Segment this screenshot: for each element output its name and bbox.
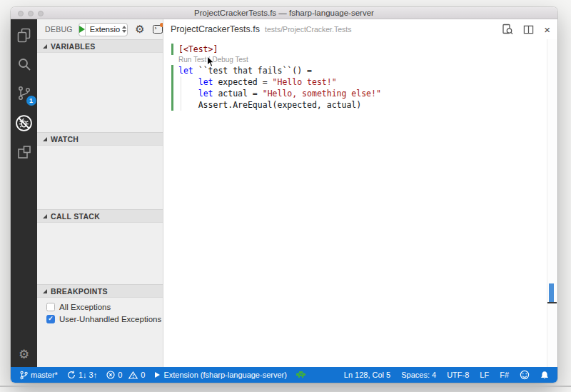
open-preview-icon[interactable] — [502, 24, 513, 35]
debug-configuration-select[interactable]: Extensio — [86, 24, 128, 36]
breakpoints-body: ✓ All Exceptions ✓ User-Unhandled Except… — [37, 298, 163, 367]
watch-section: WATCH — [37, 132, 163, 209]
breakpoints-section: BREAKPOINTS ✓ All Exceptions ✓ User-Unha… — [37, 284, 163, 367]
twistie-icon — [43, 137, 47, 141]
watch-body — [37, 146, 163, 209]
settings-gear-icon[interactable]: ⚙ — [11, 347, 37, 361]
code-line[interactable]: Assert.AreEqual(expected, actual) — [178, 99, 547, 111]
explorer-icon[interactable] — [14, 24, 35, 46]
play-icon — [154, 371, 161, 378]
call-stack-header[interactable]: CALL STACK — [37, 209, 163, 223]
activity-bar: 1 ⚙ — [11, 19, 37, 367]
language-mode-status[interactable]: F# — [500, 371, 509, 379]
debug-task-status[interactable]: Extension (fsharp-language-server) — [154, 371, 286, 379]
call-stack-section: CALL STACK — [37, 209, 163, 284]
start-debugging-button[interactable] — [79, 24, 86, 36]
twistie-icon — [43, 214, 47, 218]
window-title: ProjectCrackerTests.fs — fsharp-language… — [194, 9, 374, 17]
checkbox[interactable]: ✓ — [46, 303, 55, 311]
close-tab-icon[interactable]: × — [544, 24, 550, 35]
traffic-lights — [18, 11, 44, 16]
call-stack-body — [37, 223, 163, 284]
code-editor[interactable]: [<Test>]Run Test | Debug Testlet ``test … — [163, 39, 547, 367]
variables-section: VARIABLES — [37, 39, 163, 132]
extensions-icon[interactable] — [14, 141, 35, 163]
variables-body — [37, 53, 163, 132]
git-branch-icon — [20, 371, 28, 380]
tab-description: tests/ProjectCracker.Tests — [265, 25, 351, 34]
watch-header[interactable]: WATCH — [37, 132, 163, 146]
problems-status[interactable]: 0 0 — [106, 371, 145, 379]
status-bar: master* 1↓ 3↑ 0 0 Extension (fsharp-lang… — [11, 367, 557, 383]
debug-view-label: DEBUG — [45, 25, 73, 34]
scm-badge: 1 — [26, 96, 36, 106]
indentation-status[interactable]: Spaces: 4 — [401, 371, 436, 379]
encoding-status[interactable]: UTF-8 — [447, 371, 469, 379]
code-line[interactable]: let ``test that fails``() = — [178, 65, 547, 76]
vscode-window: ProjectCrackerTests.fs — fsharp-language… — [11, 7, 557, 383]
feedback-smiley-icon[interactable] — [520, 370, 530, 380]
configure-gear-icon[interactable]: ⚙ — [135, 23, 144, 36]
debug-console-icon[interactable]: › — [153, 25, 163, 34]
debug-toolbar: DEBUG Extensio ⚙ › — [37, 19, 163, 39]
minimize-window-button[interactable] — [28, 11, 34, 16]
select-stepper-icon — [122, 26, 126, 33]
zoom-window-button[interactable] — [38, 11, 44, 16]
source-control-icon[interactable]: 1 — [14, 83, 35, 104]
cursor-position-status[interactable]: Ln 128, Col 5 — [344, 371, 390, 379]
debug-sidebar: DEBUG Extensio ⚙ › VARIABLES — [37, 19, 163, 367]
sync-icon — [67, 371, 76, 379]
debug-configuration-value: Extensio — [90, 25, 120, 34]
git-sync-status[interactable]: 1↓ 3↑ — [67, 371, 97, 379]
code-line[interactable]: [<Test>] — [178, 44, 547, 55]
warning-icon — [128, 371, 138, 379]
code-lines: [<Test>]Run Test | Debug Testlet ``test … — [163, 39, 547, 111]
git-branch-status[interactable]: master* — [20, 371, 58, 380]
modified-gutter-indicator — [171, 65, 173, 111]
mouse-pointer-icon — [206, 55, 216, 69]
twistie-icon — [43, 44, 47, 49]
titlebar: ProjectCrackerTests.fs — fsharp-language… — [11, 7, 557, 19]
overview-ruler[interactable] — [547, 39, 557, 367]
close-window-button[interactable] — [18, 11, 24, 16]
overview-ruler-decoration — [549, 283, 554, 302]
variables-header[interactable]: VARIABLES — [37, 39, 163, 53]
editor-group: ProjectCrackerTests.fs tests/ProjectCrac… — [163, 19, 557, 367]
checkbox[interactable]: ✓ — [46, 315, 55, 323]
notifications-bell-icon[interactable] — [540, 371, 549, 380]
tab-bar: ProjectCrackerTests.fs tests/ProjectCrac… — [163, 19, 557, 39]
green-invader-icon[interactable] — [296, 371, 305, 378]
modified-gutter-indicator — [171, 44, 173, 55]
screen-bottom-divider — [0, 386, 571, 387]
indent-guide — [181, 76, 181, 111]
launch-control: Extensio — [79, 23, 128, 36]
code-line[interactable]: let expected = "Hello test!" — [178, 76, 547, 88]
eol-status[interactable]: LF — [480, 371, 489, 379]
twistie-icon — [43, 289, 47, 293]
split-editor-icon[interactable] — [523, 24, 534, 35]
debug-icon[interactable] — [14, 112, 35, 134]
breakpoint-user-unhandled-exceptions[interactable]: ✓ User-Unhandled Exceptions — [37, 313, 163, 325]
breakpoints-header[interactable]: BREAKPOINTS — [37, 284, 163, 298]
search-icon[interactable] — [14, 54, 35, 75]
overview-ruler-cursor-line — [547, 302, 557, 303]
codelens-run-debug-test[interactable]: Run Test | Debug Test — [178, 55, 547, 65]
error-icon — [106, 371, 115, 379]
tab-title[interactable]: ProjectCrackerTests.fs — [171, 24, 260, 34]
breakpoint-all-exceptions[interactable]: ✓ All Exceptions — [37, 301, 163, 313]
code-line[interactable]: let actual = "Hello, something else!" — [178, 88, 547, 99]
